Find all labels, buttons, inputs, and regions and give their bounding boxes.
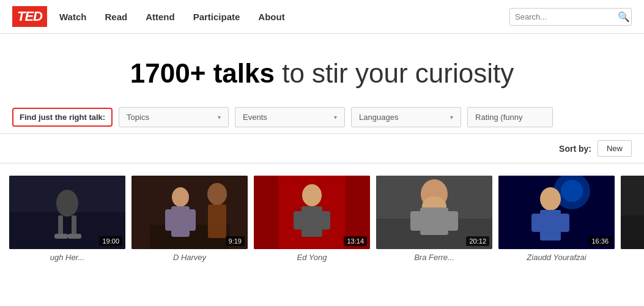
nav-attend[interactable]: Attend (146, 12, 175, 22)
svg-rect-36 (621, 215, 644, 249)
video-grid: 19:00 ugh Her... 9:19 (0, 166, 644, 262)
search-icon[interactable]: 🔍 (618, 11, 630, 23)
svg-point-31 (540, 187, 561, 211)
video-card-0[interactable]: 19:00 ugh Her... (9, 176, 125, 262)
filters-bar: Find just the right talk: Topics ▾ Event… (0, 107, 644, 133)
sort-bar: Sort by: New (0, 133, 644, 163)
video-duration-2: 13:14 (344, 236, 367, 246)
rating-label: Rating (funny (475, 113, 522, 122)
svg-rect-25 (420, 207, 448, 235)
svg-rect-18 (302, 206, 322, 237)
svg-point-13 (207, 183, 227, 205)
svg-rect-20 (321, 211, 330, 230)
video-card-1[interactable]: 9:19 D Harvey (131, 176, 248, 262)
events-chevron-icon: ▾ (334, 114, 337, 121)
svg-rect-33 (531, 214, 541, 232)
video-duration-4: 16:36 (588, 236, 612, 246)
video-speaker-0: ugh Her... (9, 253, 125, 262)
sort-label: Sort by: (559, 144, 591, 154)
svg-rect-19 (294, 211, 303, 230)
video-thumb-4: 16:36 (498, 176, 615, 249)
events-label: Events (243, 113, 267, 122)
svg-point-17 (302, 184, 322, 206)
video-thumb-3: 20:12 (376, 176, 492, 249)
filter-label: Find just the right talk: (12, 108, 113, 127)
video-duration-1: 9:19 (226, 236, 245, 246)
thumb-image-5 (621, 176, 644, 249)
header: TED Watch Read Attend Participate About … (0, 0, 644, 34)
video-speaker-3: Bra Ferre... (376, 253, 492, 262)
nav-participate[interactable]: Participate (193, 12, 240, 22)
topics-chevron-icon: ▾ (218, 114, 221, 121)
svg-rect-11 (165, 209, 172, 231)
video-speaker-1: D Harvey (131, 253, 248, 262)
events-dropdown[interactable]: Events ▾ (235, 107, 345, 127)
main-nav: Watch Read Attend Participate About (59, 12, 509, 22)
svg-rect-27 (447, 211, 458, 231)
search-wrapper: 🔍 (509, 8, 632, 26)
video-thumb-1: 9:19 (131, 176, 248, 249)
svg-rect-3 (58, 215, 63, 237)
languages-dropdown[interactable]: Languages ▾ (351, 107, 461, 127)
svg-point-2 (56, 190, 78, 217)
nav-read[interactable]: Read (105, 12, 127, 22)
nav-watch[interactable]: Watch (59, 12, 86, 22)
video-thumb-5 (621, 176, 644, 249)
languages-label: Languages (359, 113, 398, 122)
sort-new-button[interactable]: New (598, 140, 632, 157)
video-speaker-5: Lar... (621, 253, 644, 262)
ted-logo[interactable]: TED (12, 6, 47, 27)
svg-rect-32 (540, 210, 561, 241)
hero-headline: 1700+ talks to stir your curiosity (12, 58, 632, 89)
svg-point-30 (561, 180, 583, 202)
nav-about[interactable]: About (258, 12, 284, 22)
topics-label: Topics (127, 113, 149, 122)
video-card-4[interactable]: 16:36 Ziaudd Yourafzai (498, 176, 615, 262)
video-duration-3: 20:12 (466, 236, 489, 246)
svg-rect-26 (410, 211, 421, 231)
video-speaker-4: Ziaudd Yourafzai (498, 253, 615, 262)
svg-rect-12 (188, 209, 196, 231)
video-speaker-2: Ed Yong (254, 253, 370, 262)
languages-chevron-icon: ▾ (450, 114, 453, 121)
video-thumb-2: 13:14 (254, 176, 370, 249)
svg-rect-4 (72, 215, 76, 237)
svg-rect-14 (208, 204, 226, 238)
topics-dropdown[interactable]: Topics ▾ (119, 107, 229, 127)
hero-headline-regular: to stir your curiosity (275, 58, 514, 88)
rating-dropdown[interactable]: Rating (funny (467, 107, 553, 127)
svg-rect-34 (560, 214, 569, 232)
video-card-3[interactable]: 20:12 Bra Ferre... (376, 176, 492, 262)
svg-rect-6 (68, 234, 81, 239)
svg-rect-10 (171, 206, 190, 237)
svg-rect-5 (54, 234, 68, 239)
hero-section: 1700+ talks to stir your curiosity (0, 34, 644, 107)
search-input[interactable] (515, 12, 618, 21)
video-card-5[interactable]: Lar... (621, 176, 644, 262)
video-duration-0: 19:00 (99, 236, 122, 246)
svg-point-9 (172, 187, 189, 207)
hero-headline-bold: 1700+ talks (130, 58, 275, 88)
video-card-2[interactable]: 13:14 Ed Yong (254, 176, 370, 262)
video-thumb-0: 19:00 (9, 176, 125, 249)
